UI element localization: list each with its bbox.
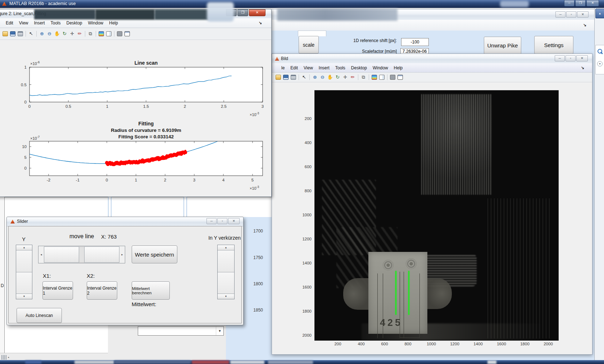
slider-close-button[interactable]: ✕: [228, 218, 240, 224]
taskbar-item[interactable]: [74, 360, 114, 364]
pan-hand-icon[interactable]: ✋: [327, 74, 333, 80]
slider-down-icon[interactable]: ▼: [218, 294, 234, 299]
result-combobox[interactable]: ▼: [138, 326, 224, 336]
slider-right-icon[interactable]: ▸: [119, 246, 125, 263]
bild-image-axes[interactable]: 425: [314, 90, 559, 341]
menu-item-desktop[interactable]: Desktop: [348, 65, 370, 70]
plot-tools-show-icon[interactable]: [397, 74, 403, 80]
menu-item-view[interactable]: View: [16, 20, 31, 26]
close-button[interactable]: ✕: [586, 0, 599, 6]
open-folder-icon[interactable]: [275, 74, 281, 80]
interval1-button[interactable]: Interval Grenze 1: [42, 281, 73, 300]
data-cursor-icon[interactable]: ✛: [69, 31, 75, 37]
bild-titlebar[interactable]: Bild ─ ▫ ✕: [272, 54, 592, 64]
menu-item-edit[interactable]: Edit: [287, 65, 301, 70]
menu-item-window[interactable]: Window: [370, 65, 391, 70]
dock-arrow-icon[interactable]: ↘: [578, 65, 587, 70]
menu-item-insert[interactable]: Insert: [31, 20, 47, 26]
plot-tools-show-icon[interactable]: [124, 31, 130, 37]
slider-titlebar[interactable]: Slider ─ ▫ ✕: [7, 217, 243, 226]
menu-item-view[interactable]: View: [301, 65, 316, 70]
menu-item-le[interactable]: le: [278, 65, 287, 70]
open-folder-icon[interactable]: [2, 31, 8, 37]
dock-arrow-icon[interactable]: ↘: [256, 20, 265, 25]
pointer-icon[interactable]: ↖: [301, 74, 307, 80]
menu-item-tools[interactable]: Tools: [332, 65, 348, 70]
figure2-plots[interactable]: 00.511.522.5300.51Line scan×10-6×10-3Fit…: [15, 59, 267, 202]
rotate-3d-icon[interactable]: ↻: [335, 74, 341, 80]
figure2-window[interactable]: igure 2: Line_scan,Fitting ─ ❐ ✕ ↘ EditV…: [0, 9, 272, 197]
taskbar-item[interactable]: [192, 360, 229, 364]
combobox-arrow-icon[interactable]: ▼: [216, 327, 223, 335]
settings-button[interactable]: Settings: [534, 36, 573, 54]
figure2-maximize-button[interactable]: ❐: [237, 9, 248, 16]
rotate-3d-icon[interactable]: ↻: [62, 31, 68, 37]
gui-maximize-button[interactable]: ▫: [566, 11, 576, 18]
zoom-in-icon[interactable]: ⊕: [39, 31, 45, 37]
insert-legend-icon[interactable]: [106, 31, 112, 37]
bild-window[interactable]: Bild ─ ▫ ✕ ↘ leEditViewInsertToolsDeskto…: [272, 54, 592, 355]
slider-up-icon[interactable]: ▲: [16, 245, 32, 250]
plot-tools-hide-icon[interactable]: [390, 74, 396, 80]
menu-item-edit[interactable]: Edit: [3, 20, 16, 26]
menu-item-tools[interactable]: Tools: [48, 20, 64, 26]
y-slider-left[interactable]: ▲ ▼: [16, 245, 32, 299]
save-icon[interactable]: [10, 31, 16, 37]
plot-tools-hide-icon[interactable]: [117, 31, 123, 37]
print-icon[interactable]: [17, 31, 23, 37]
brush-icon[interactable]: ✏: [350, 74, 356, 80]
mean-button[interactable]: Mittelwert berechnen: [132, 281, 170, 300]
search-icon[interactable]: [598, 49, 602, 54]
taskbar-item[interactable]: [487, 360, 496, 364]
bild-minimize-button[interactable]: ─: [555, 55, 565, 61]
minimize-button[interactable]: ─: [564, 0, 575, 6]
pointer-icon[interactable]: ↖: [28, 31, 34, 37]
menu-item-desktop[interactable]: Desktop: [64, 20, 85, 26]
slider-window[interactable]: Slider ─ ▫ ✕ Y ▲ ▼ move line X: 763 ◂ ▸ …: [6, 217, 244, 325]
auto-linescan-button[interactable]: Auto Linescan: [17, 308, 62, 323]
ref-shift-input[interactable]: -100: [401, 38, 429, 46]
taskbar-item[interactable]: [114, 360, 191, 364]
insert-colorbar-icon[interactable]: [371, 74, 377, 80]
zoom-in-icon[interactable]: ⊕: [312, 74, 318, 80]
slider-up-icon[interactable]: ▲: [218, 245, 234, 250]
insert-colorbar-icon[interactable]: [98, 31, 104, 37]
grip-arrow-icon[interactable]: ▴: [8, 356, 9, 359]
slider-down-icon[interactable]: ▼: [16, 294, 32, 299]
scroll-grip-icon[interactable]: [1, 355, 7, 360]
slider-minimize-button[interactable]: ─: [206, 218, 217, 224]
gui-close-button[interactable]: ✕: [577, 11, 589, 18]
menu-item-help[interactable]: Help: [106, 20, 121, 26]
menu-item-help[interactable]: Help: [391, 65, 406, 70]
insert-legend-icon[interactable]: [379, 74, 385, 80]
print-icon[interactable]: [290, 74, 296, 80]
slider-left-icon[interactable]: ◂: [38, 246, 44, 263]
menu-item-window[interactable]: Window: [85, 20, 106, 26]
chevron-down-circle-icon[interactable]: ▼: [597, 61, 603, 66]
zoom-out-icon[interactable]: ⊖: [46, 31, 53, 37]
unwrap-pike-button[interactable]: Unwrap Pike: [484, 37, 521, 54]
pan-hand-icon[interactable]: ✋: [54, 31, 60, 37]
save-values-button[interactable]: Werte speichern: [132, 245, 177, 263]
slider-thumb[interactable]: [79, 246, 84, 263]
sidebar-collapse-button[interactable]: ▲: [595, 9, 604, 18]
taskbar-item[interactable]: [268, 360, 313, 364]
slider-maximize-button[interactable]: ▫: [217, 218, 227, 224]
dock-arrow-icon[interactable]: ↘: [580, 23, 589, 27]
data-cursor-icon[interactable]: ✛: [342, 74, 348, 80]
menu-item-insert[interactable]: Insert: [316, 65, 332, 70]
taskbar-item[interactable]: [230, 360, 264, 364]
gui-minimize-button[interactable]: ─: [555, 11, 566, 18]
link-plots-icon[interactable]: ⧉: [87, 31, 94, 37]
move-line-slider[interactable]: ◂ ▸: [38, 246, 125, 263]
bild-maximize-button[interactable]: ▫: [566, 55, 576, 61]
y-slider-right[interactable]: ▲ ▼: [217, 245, 235, 299]
taskbar-item[interactable]: [25, 360, 41, 364]
save-icon[interactable]: [283, 74, 289, 80]
interval2-button[interactable]: Interval Grenze 2: [87, 281, 117, 300]
scale-button[interactable]: scale: [299, 36, 319, 54]
maximize-button[interactable]: ❐: [575, 0, 586, 6]
link-plots-icon[interactable]: ⧉: [360, 74, 367, 80]
zoom-out-icon[interactable]: ⊖: [319, 74, 326, 80]
brush-icon[interactable]: ✏: [77, 31, 83, 37]
